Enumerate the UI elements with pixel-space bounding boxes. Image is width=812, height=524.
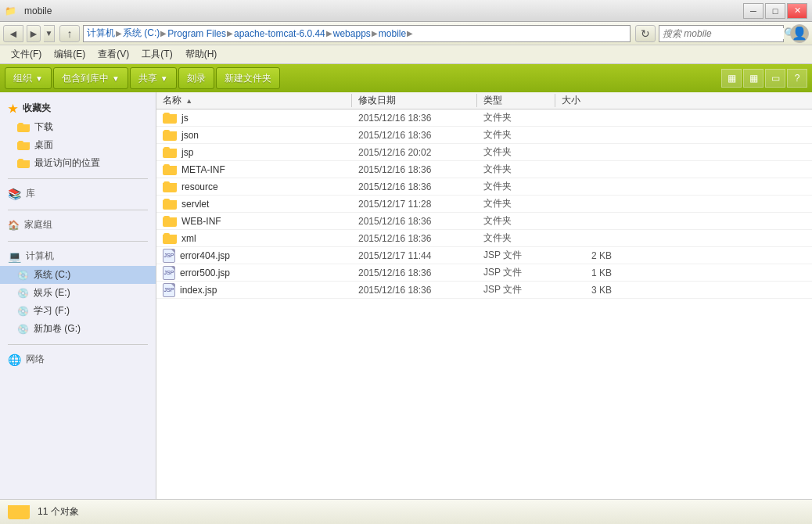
table-row[interactable]: servlet 2015/12/17 11:28 文件夹 bbox=[156, 196, 812, 213]
file-date: 2015/12/16 18:36 bbox=[352, 267, 477, 278]
menu-view[interactable]: 查看(V) bbox=[92, 46, 135, 63]
search-input[interactable] bbox=[659, 28, 784, 39]
path-arrow-4: ▶ bbox=[326, 29, 332, 38]
col-header-size[interactable]: 大小 bbox=[555, 94, 618, 107]
menu-tools[interactable]: 工具(T) bbox=[135, 46, 178, 63]
file-date: 2015/12/16 18:36 bbox=[352, 216, 477, 227]
divider-4 bbox=[8, 344, 148, 345]
file-date: 2015/12/16 18:36 bbox=[352, 113, 477, 124]
table-row[interactable]: xml 2015/12/16 18:36 文件夹 bbox=[156, 230, 812, 247]
table-row[interactable]: jsp 2015/12/16 20:02 文件夹 bbox=[156, 144, 812, 161]
table-row[interactable]: WEB-INF 2015/12/16 18:36 文件夹 bbox=[156, 213, 812, 230]
file-name: META-INF bbox=[156, 164, 352, 175]
sidebar-item-g[interactable]: 💿 新加卷 (G:) bbox=[0, 320, 156, 338]
menu-edit[interactable]: 编辑(E) bbox=[48, 46, 92, 63]
path-computer[interactable]: 计算机 bbox=[87, 27, 115, 40]
view-button[interactable]: ▦ bbox=[743, 69, 763, 88]
drive-icon-c: 💿 bbox=[17, 270, 29, 281]
sidebar: ★ 收藏夹 下载 桌面 最近访问的位置 📚 库 bbox=[0, 92, 156, 499]
folder-icon bbox=[163, 199, 177, 210]
file-date: 2015/12/16 18:36 bbox=[352, 130, 477, 141]
include-library-button[interactable]: 包含到库中 ▼ bbox=[53, 67, 128, 89]
sidebar-favorites-header[interactable]: ★ 收藏夹 bbox=[0, 99, 156, 118]
path-programfiles[interactable]: Program Files bbox=[167, 28, 226, 39]
file-name: JSP index.jsp bbox=[156, 283, 352, 297]
file-name: resource bbox=[156, 181, 352, 192]
table-row[interactable]: JSP error404.jsp 2015/12/17 11:44 JSP 文件… bbox=[156, 247, 812, 264]
sidebar-network-label: 网络 bbox=[26, 353, 45, 366]
folder-icon bbox=[163, 164, 177, 175]
sidebar-computer: 💻 计算机 💿 系统 (C:) 💿 娱乐 (E:) 💿 学习 (F:) 💿 新加… bbox=[0, 246, 156, 338]
toolbar: 组织 ▼ 包含到库中 ▼ 共享 ▼ 刻录 新建文件夹 ▦ ▦ ▭ ? bbox=[0, 64, 812, 92]
burn-button[interactable]: 刻录 bbox=[178, 67, 214, 89]
file-name: xml bbox=[156, 233, 352, 244]
library-icon: 📚 bbox=[8, 188, 21, 200]
menu-bar: 文件(F) 编辑(E) 查看(V) 工具(T) 帮助(H) bbox=[0, 45, 812, 64]
file-type: 文件夹 bbox=[477, 111, 555, 124]
path-c[interactable]: 系统 (C:) bbox=[123, 27, 160, 40]
minimize-button[interactable]: ─ bbox=[743, 3, 763, 19]
table-row[interactable]: JSP index.jsp 2015/12/16 18:36 JSP 文件 3 … bbox=[156, 282, 812, 299]
close-button[interactable]: ✕ bbox=[787, 3, 807, 19]
sidebar-item-c[interactable]: 💿 系统 (C:) bbox=[0, 266, 156, 284]
path-tomcat[interactable]: apache-tomcat-6.0.44 bbox=[234, 28, 325, 39]
sidebar-favorites-label: 收藏夹 bbox=[23, 102, 51, 115]
file-type: 文件夹 bbox=[477, 231, 555, 245]
menu-file[interactable]: 文件(F) bbox=[5, 46, 48, 63]
view-toggle-button[interactable]: ▦ bbox=[721, 69, 742, 88]
status-count: 11 个对象 bbox=[38, 505, 79, 519]
folder-icon-desktop bbox=[17, 141, 30, 150]
sidebar-item-download[interactable]: 下载 bbox=[0, 118, 156, 136]
maximize-button[interactable]: □ bbox=[765, 3, 785, 19]
folder-icon bbox=[163, 147, 177, 158]
file-type: 文件夹 bbox=[477, 145, 555, 159]
table-row[interactable]: js 2015/12/16 18:36 文件夹 bbox=[156, 109, 812, 127]
sidebar-item-desktop[interactable]: 桌面 bbox=[0, 136, 156, 154]
sidebar-item-f[interactable]: 💿 学习 (F:) bbox=[0, 302, 156, 320]
window-title: mobile bbox=[24, 5, 52, 16]
up-button[interactable]: ↑ bbox=[59, 25, 80, 42]
divider-1 bbox=[8, 178, 148, 179]
menu-help[interactable]: 帮助(H) bbox=[179, 46, 224, 63]
history-dropdown[interactable]: ▼ bbox=[44, 25, 55, 42]
table-row[interactable]: json 2015/12/16 18:36 文件夹 bbox=[156, 127, 812, 144]
forward-button[interactable]: ► bbox=[27, 25, 41, 42]
back-button[interactable]: ◄ bbox=[3, 25, 23, 42]
col-header-type[interactable]: 类型 bbox=[477, 94, 555, 107]
sidebar-item-e[interactable]: 💿 娱乐 (E:) bbox=[0, 284, 156, 302]
toolbar-right: ▦ ▦ ▭ ? bbox=[721, 69, 807, 88]
file-type: JSP 文件 bbox=[477, 249, 555, 262]
address-path[interactable]: 计算机 ▶ 系统 (C:) ▶ Program Files ▶ apache-t… bbox=[83, 25, 631, 42]
divider-3 bbox=[8, 241, 148, 242]
sidebar-library-header[interactable]: 📚 库 bbox=[0, 184, 156, 203]
path-arrow-6: ▶ bbox=[407, 29, 413, 38]
refresh-button[interactable]: ↻ bbox=[635, 25, 656, 42]
col-header-name[interactable]: 名称 ▲ bbox=[156, 94, 352, 107]
sidebar-homegroup-header[interactable]: 🏠 家庭组 bbox=[0, 215, 156, 235]
path-arrow-5: ▶ bbox=[372, 29, 378, 38]
file-name: WEB-INF bbox=[156, 216, 352, 227]
search-box[interactable]: 🔍 bbox=[659, 25, 784, 42]
sidebar-library: 📚 库 bbox=[0, 184, 156, 203]
sidebar-computer-header[interactable]: 💻 计算机 bbox=[0, 246, 156, 266]
help-button[interactable]: ? bbox=[787, 69, 807, 88]
share-button[interactable]: 共享 ▼ bbox=[130, 67, 177, 89]
file-type: JSP 文件 bbox=[477, 283, 555, 296]
new-folder-button[interactable]: 新建文件夹 bbox=[216, 67, 280, 89]
table-row[interactable]: resource 2015/12/16 18:36 文件夹 bbox=[156, 178, 812, 196]
include-library-arrow: ▼ bbox=[112, 74, 120, 83]
path-webapps[interactable]: webapps bbox=[333, 28, 371, 39]
path-mobile[interactable]: mobile bbox=[379, 28, 406, 39]
sidebar-item-recent[interactable]: 最近访问的位置 bbox=[0, 154, 156, 172]
user-icon[interactable]: 👤 bbox=[790, 24, 809, 43]
col-header-date[interactable]: 修改日期 bbox=[352, 94, 477, 107]
organize-button[interactable]: 组织 ▼ bbox=[5, 67, 52, 89]
sort-arrow-name: ▲ bbox=[185, 97, 192, 105]
preview-button[interactable]: ▭ bbox=[765, 69, 785, 88]
table-row[interactable]: JSP error500.jsp 2015/12/16 18:36 JSP 文件… bbox=[156, 264, 812, 282]
file-type: 文件夹 bbox=[477, 214, 555, 228]
title-bar: 📁 mobile ─ □ ✕ bbox=[0, 0, 812, 22]
sidebar-network-header[interactable]: 🌐 网络 bbox=[0, 350, 156, 369]
file-size: 2 KB bbox=[555, 250, 618, 261]
table-row[interactable]: META-INF 2015/12/16 18:36 文件夹 bbox=[156, 161, 812, 178]
